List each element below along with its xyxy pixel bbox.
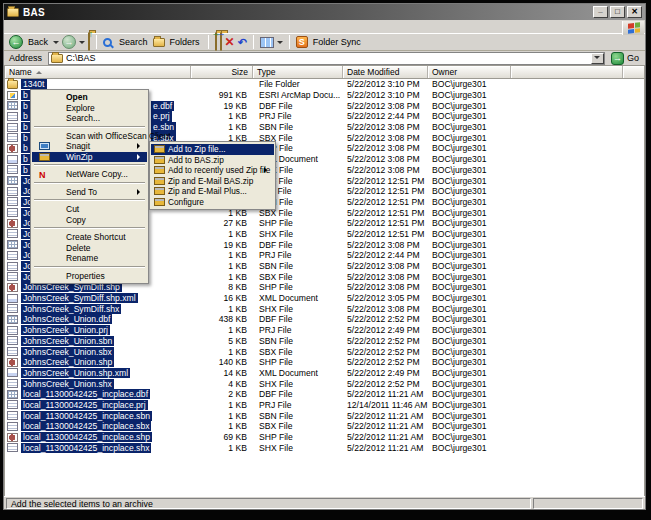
context-menu-item[interactable]: Cut [32,204,147,215]
folders-icon[interactable] [153,38,165,47]
file-row[interactable]: JohnsCreek_SymDiff.shx 1 KB SHX File 5/2… [5,303,644,314]
context-menu-item[interactable]: Explore [32,103,147,114]
back-dropdown-icon[interactable] [53,41,59,47]
context-menu-item[interactable]: Properties [32,271,147,282]
file-type: DBF File [253,240,343,250]
file-type: SHX File [253,229,343,239]
column-header-name[interactable]: Name [5,66,191,78]
file-date-modified: 5/22/2012 12:51 PM [343,176,428,186]
file-date-modified: 5/22/2012 11:21 AM [343,443,428,453]
context-menu-item[interactable]: Snagit [32,141,147,152]
file-row[interactable]: JohnsCreek_Union.sbx 1 KB SBX File 5/22/… [5,346,644,357]
back-button[interactable]: Back [28,37,48,47]
context-menu-item[interactable]: Rename [32,253,147,264]
context-menu-item[interactable]: WinZip [32,152,147,163]
file-row[interactable]: JohnsCreek_SymDiff.shp.xml 16 KB XML Doc… [5,293,644,304]
winzip-icon [39,153,50,161]
file-row[interactable]: local_11300042425_incplace.sbn 1 KB SBN … [5,410,644,421]
folder-sync-button[interactable]: Folder Sync [313,37,361,47]
copy-to-icon[interactable] [220,33,222,51]
winzip-submenu-item[interactable]: Zip and E-Mail BAS.zip [151,176,274,187]
winzip-submenu-item[interactable]: Add to Zip file... [151,144,274,155]
file-name-tail: e.dbf [151,101,174,112]
dbf-icon [7,390,18,399]
winzip-icon [154,145,165,153]
file-type: File Folder [253,79,343,89]
up-button[interactable] [88,33,90,51]
file-row[interactable]: JohnsCreek_Union.dbf 438 KB DBF File 5/2… [5,314,644,325]
winzip-submenu-item[interactable]: Add to BAS.zip [151,155,274,166]
doc-icon [7,187,18,196]
title-bar[interactable]: BAS [4,4,645,20]
go-button[interactable]: Go [605,52,643,65]
context-menu-item[interactable]: Open [32,92,147,103]
context-menu-item[interactable]: Send To [32,187,147,198]
file-size: 14 KB [191,368,253,378]
file-owner: BOC\jurge301 [428,389,511,399]
context-menu-item[interactable]: Scan with OfficeScan Client [32,131,147,142]
file-date-modified: 5/22/2012 12:51 PM [343,186,428,196]
context-menu-item[interactable]: Copy [32,215,147,226]
context-menu-item[interactable]: Create Shortcut [32,232,147,243]
winzip-submenu-item[interactable]: Configure [151,197,274,208]
file-row[interactable]: JohnsCreek_Union.prj 1 KB PRJ File 5/22/… [5,325,644,336]
maximize-icon[interactable] [610,6,625,18]
file-row[interactable]: JohnsCreek_Union.shx 4 KB SHX File 5/22/… [5,378,644,389]
file-row[interactable]: local_11300042425_incplace.shx 1 KB SHX … [5,442,644,453]
go-icon [611,52,624,65]
file-owner: BOC\jurge301 [428,379,511,389]
file-row[interactable]: JohnsCreek_Union.shp 140 KB SHP File 5/2… [5,357,644,368]
file-row[interactable]: local_11300042425_incplace.shp 69 KB SHP… [5,432,644,443]
search-button[interactable]: Search [119,37,148,47]
winzip-icon [154,177,165,185]
file-row[interactable]: local_11300042425_incplace.dbf 2 KB DBF … [5,389,644,400]
file-date-modified: 12/14/2011 11:46 AM [343,400,428,410]
close-icon[interactable] [627,6,642,18]
folders-button[interactable]: Folders [170,37,200,47]
forward-icon[interactable] [62,35,76,49]
delete-icon[interactable]: ✕ [225,36,235,48]
column-header-owner[interactable]: Owner [428,66,511,78]
context-menu-item[interactable]: Search... [32,113,147,124]
views-icon[interactable] [260,37,274,48]
file-size: 8 KB [191,282,253,292]
forward-dropdown-icon[interactable] [79,41,85,47]
doc-icon [7,197,18,206]
undo-icon[interactable]: ↶ [238,37,247,48]
column-header-blank[interactable] [511,66,623,78]
context-menu-item[interactable]: Delete [32,243,147,254]
xml-icon [7,294,18,303]
file-date-modified: 5/22/2012 3:08 PM [343,154,428,164]
context-menu-item[interactable]: NetWare Copy... [32,169,147,180]
file-type: XML Document [253,293,343,303]
column-header-size[interactable]: Size [191,66,253,78]
views-dropdown-icon[interactable] [277,41,283,47]
file-date-modified: 5/22/2012 3:08 PM [343,143,428,153]
address-input[interactable]: C:\BAS [48,52,605,65]
doc-icon [7,400,18,409]
address-dropdown-icon[interactable] [591,53,604,64]
file-row[interactable]: JohnsCreek_Union.shp.xml 14 KB XML Docum… [5,368,644,379]
file-date-modified: 5/22/2012 3:10 PM [343,79,428,89]
file-row[interactable]: local_11300042425_incplace.sbx 1 KB SBX … [5,421,644,432]
doc-icon [7,229,18,238]
explorer-window: BAS Back Search Folders ✕ ↶ Folder Sync [3,3,646,510]
file-size: 2 KB [191,389,253,399]
file-name: local_11300042425_incplace.sbx [21,421,151,431]
file-row[interactable]: JohnsCreek_Union.sbn 5 KB SBN File 5/22/… [5,336,644,347]
search-icon[interactable] [103,38,112,47]
folder-sync-icon[interactable] [296,36,308,48]
winzip-submenu-item[interactable]: Zip and E-Mail Plus... [151,186,274,197]
file-date-modified: 5/22/2012 12:51 PM [343,218,428,228]
minimize-icon[interactable] [593,6,608,18]
back-icon[interactable] [9,35,23,49]
column-header-date-modified[interactable]: Date Modified [343,66,428,78]
file-name: b [21,101,30,111]
file-owner: BOC\jurge301 [428,293,511,303]
file-row[interactable]: local_11300042425_incplace.prj 1 KB PRJ … [5,400,644,411]
toolbar-separator [96,35,97,49]
shp-icon [7,283,18,292]
toolbar: Back Search Folders ✕ ↶ Folder Sync [4,34,645,51]
winzip-submenu-item[interactable]: Add to recently used Zip file [151,165,274,176]
column-header-type[interactable]: Type [253,66,343,78]
